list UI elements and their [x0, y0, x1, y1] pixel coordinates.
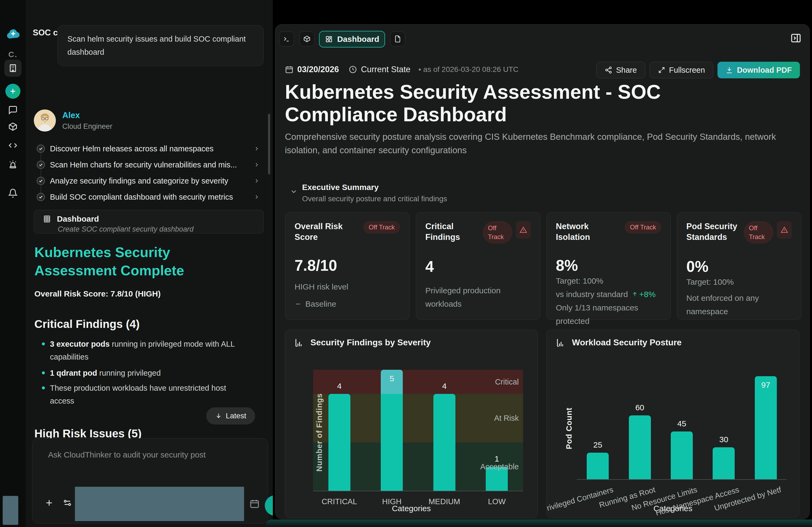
metric-card-overall-risk: Overall Risk Score Off Track 7.8/10 HIGH…	[285, 212, 409, 320]
arrow-up-icon	[632, 291, 638, 298]
terminal-tab-button[interactable]	[279, 31, 294, 46]
report-state[interactable]: Current State	[361, 65, 410, 74]
bar-value-label: 4	[329, 381, 350, 391]
download-pdf-button[interactable]: Download PDF	[717, 62, 800, 78]
bar-host-namespace-access	[713, 447, 735, 479]
check-circle-icon	[36, 160, 45, 169]
user-role: Cloud Engineer	[62, 122, 112, 131]
metric-target: Target: 100%	[556, 274, 658, 288]
tab-dashboard[interactable]: Dashboard	[319, 31, 385, 47]
page-subtitle: Comprehensive security posture analysis …	[285, 130, 795, 157]
plus-icon	[9, 87, 17, 95]
x-tick-label: LOW	[471, 497, 522, 506]
rail-item-notifications[interactable]	[8, 189, 18, 198]
chart-title: Workload Security Posture	[572, 337, 682, 347]
band-label: Critical	[495, 378, 519, 387]
risk-score-line: Overall Risk Score: 7.8/10 (HIGH)	[34, 289, 161, 298]
calendar-icon	[285, 65, 293, 74]
metric-note: Only 1/13 namespaces protected	[556, 301, 658, 328]
bottom-accent-strip	[266, 520, 812, 527]
warning-badge	[777, 221, 792, 239]
section-subtitle: Overall security posture and critical fi…	[302, 195, 447, 203]
check-circle-icon	[36, 144, 45, 153]
warning-icon	[520, 226, 527, 234]
metric-card-critical-findings: Critical Findings Off Track 4 Privileged…	[416, 212, 540, 320]
tab-dashboard-label: Dashboard	[337, 35, 379, 44]
dashboard-artifact-card[interactable]: Dashboard Create SOC compliant security …	[34, 210, 264, 234]
x-tick-label: MEDIUM	[419, 497, 470, 506]
collapse-panel-button[interactable]	[790, 32, 801, 44]
bullet-dot	[42, 371, 45, 374]
task-row[interactable]: Scan Helm charts for security vulnerabil…	[26, 158, 273, 171]
metric-note: HIGH risk level	[294, 280, 400, 293]
chart-title: Security Findings by Severity	[310, 337, 431, 347]
finding-item: These production workloads have unrestri…	[34, 381, 246, 407]
artifacts-tab-button[interactable]	[300, 31, 315, 46]
section-chevron-down-icon[interactable]	[290, 187, 298, 196]
bar-value-label: 25	[587, 440, 608, 450]
comparison-delta: +8%	[639, 288, 655, 301]
metric-note: Not enforced on any namespace	[686, 291, 783, 318]
rail-item-packages[interactable]	[8, 122, 18, 132]
bar-running-as-root	[629, 416, 651, 479]
chevron-right-icon[interactable]	[253, 162, 260, 168]
metric-title: Network Isolation	[556, 221, 625, 243]
chart-workload-posture: Workload Security Posture Pod Count 25Pr…	[547, 330, 799, 517]
report-date[interactable]: 03/20/2026	[297, 65, 339, 74]
rail-item-alerts[interactable]	[8, 160, 18, 169]
brand-label: C.	[0, 50, 26, 59]
rail-item-code[interactable]	[8, 140, 18, 150]
band-label: At Risk	[494, 414, 519, 423]
scroll-to-latest-button[interactable]: Latest	[206, 407, 255, 424]
document-tab-button[interactable]	[390, 31, 405, 46]
bar-medium	[433, 394, 455, 491]
bar-value-label: 4	[434, 381, 455, 391]
report-as-of: • as of 2026-03-20 08:26 UTC	[419, 65, 519, 74]
code-icon	[8, 140, 18, 150]
task-label: Build SOC compliant dashboard with secur…	[50, 193, 233, 201]
rail-item-workspace[interactable]	[4, 60, 21, 77]
chevron-right-icon[interactable]	[253, 194, 260, 200]
user-message-text: Scan helm security issues and build SOC …	[68, 32, 255, 59]
check-circle-icon	[36, 192, 45, 201]
fullscreen-button[interactable]: Fullscreen	[650, 62, 713, 78]
fullscreen-label: Fullscreen	[669, 66, 705, 75]
bar-chart-icon	[556, 338, 566, 347]
bell-icon	[8, 189, 18, 198]
metric-value: 4	[425, 258, 531, 275]
chat-sidebar: SOC compliance dashboard Scan helm secur…	[26, 0, 273, 527]
terminal-icon	[283, 35, 290, 43]
download-pdf-label: Download PDF	[737, 66, 792, 75]
task-row[interactable]: Build SOC compliant dashboard with secur…	[26, 191, 273, 204]
redacted-block	[75, 487, 244, 521]
app-window: C. SOC compliance dashboard	[0, 0, 812, 527]
finding-bold: 1 qdrant pod	[50, 369, 97, 377]
cube-icon	[303, 35, 311, 43]
bar-value-label: 1	[486, 454, 508, 463]
new-chat-button[interactable]	[5, 84, 20, 99]
attach-button[interactable]	[44, 498, 54, 508]
cloudthinker-logo-icon	[5, 27, 21, 42]
chart-security-findings: Security Findings by Severity Number of …	[285, 330, 538, 517]
task-row[interactable]: Analyze security findings and categorize…	[26, 175, 273, 187]
clock-icon	[349, 65, 357, 74]
task-label: Discover Helm releases across all namesp…	[50, 144, 214, 153]
task-row[interactable]: Discover Helm releases across all namesp…	[26, 142, 273, 155]
download-icon	[726, 66, 733, 74]
composer[interactable]: Ask CloudThinker to audit your security …	[32, 438, 268, 524]
cube-icon	[8, 122, 18, 132]
settings-button[interactable]	[62, 498, 72, 508]
schedule-button[interactable]	[249, 499, 259, 508]
chart-ylabel: Pod Count	[565, 408, 574, 450]
chevron-right-icon[interactable]	[253, 146, 260, 152]
task-label: Scan Helm charts for security vulnerabil…	[50, 161, 237, 169]
section-title: Executive Summary	[302, 183, 379, 192]
result-heading: Kubernetes Security Assessment Complete	[34, 243, 255, 280]
status-badge: Off Track	[363, 221, 400, 234]
status-badge: Off Track	[625, 221, 661, 234]
chevron-right-icon[interactable]	[253, 178, 260, 184]
share-button[interactable]: Share	[596, 62, 645, 78]
bar-chart-icon	[294, 338, 304, 347]
rail-item-chat[interactable]	[8, 105, 18, 115]
plot-area: CriticalAt RiskAcceptable4CRITICAL5HIGH4…	[313, 370, 523, 491]
